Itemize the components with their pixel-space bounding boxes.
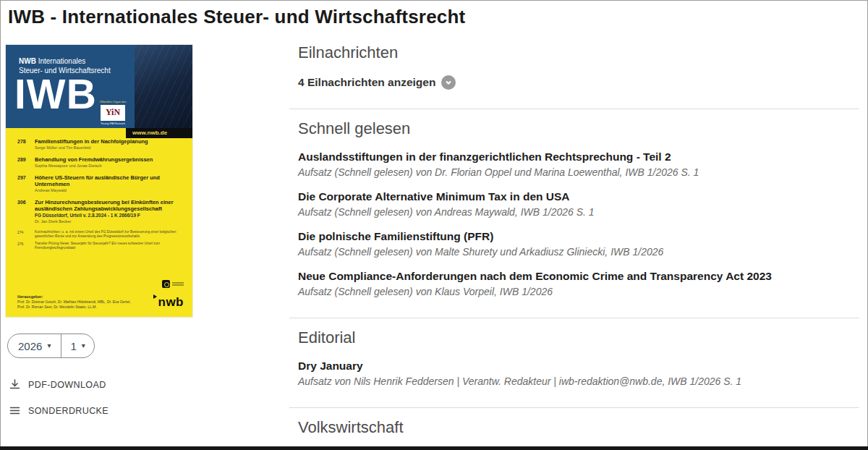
toc-small-item: 276 Transfer Pricing News: Steuerjahr fü… <box>17 242 184 250</box>
toc-title: Höhere US-Steuern für ausländische Bürge… <box>35 174 184 187</box>
article-item: Die polnische Familienstiftung (PFR) Auf… <box>298 229 851 259</box>
print-label-lines <box>172 281 184 286</box>
pdf-download-label: PDF-DOWNLOAD <box>28 380 106 390</box>
toc-title: Behandlung von Fremdwährungsergebnissen <box>35 156 153 163</box>
issue-value: 1 <box>70 340 76 352</box>
cover-actions: PDF-DOWNLOAD SONDERDRUCKE <box>9 378 109 430</box>
article-title-link[interactable]: Die polnische Familienstiftung (PFR) <box>298 229 851 244</box>
yin-logo: Offizielles Organ des YiN Young IFA Netw… <box>97 100 129 126</box>
toc-title: Zur Hinzurechnungsbesteuerung bei Einkün… <box>35 199 184 212</box>
toc-small-item: 274 Kurznachrichten: u. a. mit einem Urt… <box>17 230 184 239</box>
toc-page-number: 289 <box>17 156 35 169</box>
issue-dropdown[interactable]: 1 ▾ <box>61 334 93 357</box>
yin-logo-box: YiN <box>101 105 125 121</box>
toc-page-number: 276 <box>17 242 35 250</box>
article-item: Auslandsstiftungen in der finanzgerichtl… <box>298 150 851 179</box>
toc-page-number: 278 <box>17 138 35 150</box>
pdf-download-button[interactable]: PDF-DOWNLOAD <box>9 378 109 391</box>
publisher-label: Herausgeber: <box>17 294 140 300</box>
year-dropdown[interactable]: 2026 ▾ <box>8 334 61 357</box>
chevron-down-circle-icon[interactable] <box>441 75 456 90</box>
cover-toc: 278 Familienstiftungen in der Nachfolgep… <box>6 128 192 250</box>
article-item: Dry January Aufsatz von Nils Henrik Fedd… <box>298 359 851 389</box>
yin-caption-bottom: Young IFA Network <box>97 122 129 126</box>
section-title-editorial: Editorial <box>298 327 859 349</box>
list-lines-icon <box>9 404 21 417</box>
download-icon <box>9 378 21 391</box>
article-item: Die Corporate Alternative Minimum Tax in… <box>298 190 851 219</box>
toc-page-number: 297 <box>17 174 35 193</box>
toc-item: 297 Höhere US-Steuern für ausländische B… <box>17 174 184 193</box>
page-title: IWB - Internationales Steuer- und Wirtsc… <box>8 6 465 28</box>
chevron-down-icon: ▾ <box>82 342 85 349</box>
toc-authors: Andreas Maywald <box>35 188 184 193</box>
cover-logos: nwb <box>143 280 184 310</box>
yin-caption-top: Offizielles Organ des <box>97 100 129 104</box>
section-title-volkswirtschaft: Volkswirtschaft <box>298 417 859 438</box>
article-title-link[interactable]: Dry January <box>298 359 851 373</box>
section-divider <box>289 318 859 318</box>
toc-authors: Sophia Messapour und Jonas Dietsch <box>35 164 153 169</box>
toc-page-number: 306 <box>17 199 35 224</box>
article-meta: Aufsatz (Schnell gelesen) von Dr. Floria… <box>298 166 851 179</box>
publisher-line: Prof. Dr. Dietmar Gosch, Dr. Mathias Hil… <box>17 300 140 305</box>
toc-title: Familienstiftungen in der Nachfolgeplanu… <box>35 138 148 145</box>
sonderdrucke-button[interactable]: SONDERDRUCKE <box>9 404 109 417</box>
eilnachrichten-toggle[interactable]: 4 Eilnachrichten anzeigen <box>298 75 859 90</box>
cover-header: NWB Internationales Steuer- und Wirtscha… <box>6 45 192 128</box>
nwb-logo: nwb <box>158 295 184 310</box>
article-item: Neue Compliance-Anforderungen nach dem E… <box>298 269 851 299</box>
cover-brand-nwb: NWB <box>19 57 36 65</box>
cover-publisher-block: Herausgeber: Prof. Dr. Dietmar Gosch, Dr… <box>17 294 140 310</box>
sonderdrucke-label: SONDERDRUCKE <box>28 406 109 416</box>
section-divider <box>289 109 859 109</box>
climate-print-icon <box>162 280 170 288</box>
toc-page-number: 274 <box>17 230 35 239</box>
article-meta: Aufsatz (Schnell gelesen) von Andreas Ma… <box>298 205 851 219</box>
toc-item: 278 Familienstiftungen in der Nachfolgep… <box>17 138 184 150</box>
nwb-flag-icon <box>153 294 157 299</box>
cover-website: www.nwb.de <box>126 128 192 138</box>
year-value: 2026 <box>18 340 42 352</box>
toc-authors: Serge Müller und Tim Bauerfeld <box>35 145 148 150</box>
article-title-link[interactable]: Auslandsstiftungen in der finanzgerichtl… <box>298 150 851 164</box>
article-title-link[interactable]: Die Corporate Alternative Minimum Tax in… <box>298 190 851 204</box>
toc-small-text: Transfer Pricing News: Steuerjahr für St… <box>35 242 184 250</box>
toc-authors: Dr. Jan Dierk Becker <box>35 219 184 224</box>
cover-decorative-band <box>135 45 192 128</box>
cover-masthead: IWB <box>14 72 97 116</box>
issue-picker: 2026 ▾ 1 ▾ <box>7 334 95 358</box>
section-divider <box>289 407 859 408</box>
toc-subtitle: FG Düsseldorf, Urteil v. 2.8.2024 - 1 K … <box>35 213 184 218</box>
toc-small-text: Kurznachrichten: u. a. mit einem Urteil … <box>35 230 184 239</box>
article-title-link[interactable]: Neue Compliance-Anforderungen nach dem E… <box>298 269 851 284</box>
cover-brand-rest: Internationales <box>36 57 85 65</box>
section-title-schnell-gelesen: Schnell gelesen <box>298 118 859 140</box>
toc-item: 289 Behandlung von Fremdwährungsergebnis… <box>17 156 184 169</box>
article-meta: Aufsatz (Schnell gelesen) von Malte Shur… <box>298 245 851 259</box>
publisher-line: Prof. Dr. Roman Seer, Dr. Wendelin Staat… <box>17 305 140 310</box>
article-meta: Aufsatz von Nils Henrik Feddersen | Vera… <box>298 375 851 389</box>
magazine-cover: NWB Internationales Steuer- und Wirtscha… <box>6 45 192 317</box>
issue-contents: Eilnachrichten 4 Eilnachrichten anzeigen… <box>289 42 859 450</box>
article-meta: Aufsatz (Schnell gelesen) von Klaus Vorp… <box>298 285 851 299</box>
eilnachrichten-toggle-label: 4 Eilnachrichten anzeigen <box>298 76 435 89</box>
bottom-edge-bar <box>0 446 868 450</box>
toc-item: 306 Zur Hinzurechnungsbesteuerung bei Ei… <box>17 199 184 224</box>
section-title-eilnachrichten: Eilnachrichten <box>298 42 859 64</box>
chevron-down-icon: ▾ <box>47 342 51 349</box>
